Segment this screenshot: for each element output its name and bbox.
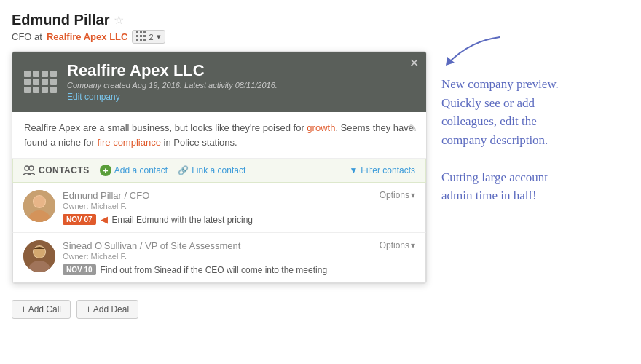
svg-point-14 bbox=[34, 196, 45, 207]
contact-role: CFO at Realfire Apex LLC bbox=[12, 30, 427, 44]
options-button[interactable]: Options ▾ bbox=[380, 190, 415, 200]
contact-task: NOV 10 Find out from Sinead if the CEO w… bbox=[63, 264, 372, 275]
annotation-line1: New company preview. bbox=[441, 75, 629, 94]
avatar bbox=[23, 190, 55, 222]
contacts-label: CONTACTS bbox=[23, 165, 90, 176]
contact-row: Sinead O'Sullivan / VP of Site Assessmen… bbox=[12, 233, 426, 283]
company-card-body: Realfire Apex are a small business, but … bbox=[12, 112, 426, 159]
svg-point-10 bbox=[29, 166, 34, 170]
svg-rect-1 bbox=[140, 31, 142, 33]
role-text: CFO at bbox=[12, 31, 42, 42]
link-contact-button[interactable]: 🔗 Link a contact bbox=[178, 165, 245, 175]
annotation-arrow bbox=[441, 33, 629, 72]
annotation-line2: Quickly see or add bbox=[441, 94, 629, 113]
task-text: Find out from Sinead if the CEO will com… bbox=[101, 265, 327, 275]
svg-rect-6 bbox=[136, 39, 138, 41]
edit-pencil-icon[interactable]: ✎ bbox=[409, 121, 417, 136]
bottom-actions: + Add Call + Add Deal bbox=[12, 293, 427, 319]
link-icon: 🔗 bbox=[178, 165, 189, 175]
contacts-icon bbox=[23, 165, 35, 176]
avatar bbox=[23, 240, 55, 272]
annotation-line3: colleagues, edit the bbox=[441, 112, 629, 131]
description-highlight2: fire compliance bbox=[97, 137, 160, 148]
task-badge: NOV 07 bbox=[63, 214, 96, 225]
svg-rect-2 bbox=[143, 31, 146, 33]
contact-row-name: Sinead O'Sullivan / VP of Site Assessmen… bbox=[63, 240, 372, 251]
svg-rect-8 bbox=[143, 39, 146, 41]
company-card-title: Realfire Apex LLC bbox=[67, 62, 278, 79]
svg-rect-5 bbox=[143, 35, 146, 37]
contact-row-owner: Owner: Michael F. bbox=[63, 202, 372, 210]
company-card: Realfire Apex LLC Company created Aug 19… bbox=[12, 51, 427, 284]
add-call-button[interactable]: + Add Call bbox=[12, 300, 71, 319]
description-highlight: growth bbox=[307, 122, 335, 133]
svg-rect-7 bbox=[140, 39, 142, 41]
funnel-icon: ▼ bbox=[349, 165, 358, 175]
grid-icon bbox=[136, 31, 146, 42]
annotation-line4: company description. bbox=[441, 131, 629, 150]
contact-row-name: Edmund Pillar / CFO bbox=[63, 190, 372, 201]
company-card-subtitle: Company created Aug 19, 2016. Latest act… bbox=[67, 81, 278, 90]
star-icon[interactable]: ☆ bbox=[114, 13, 124, 27]
task-badge: NOV 10 bbox=[63, 264, 96, 275]
svg-rect-3 bbox=[136, 35, 138, 37]
contact-task: NOV 07 ◀ Email Edmund with the latest pr… bbox=[63, 214, 372, 225]
company-card-header: Realfire Apex LLC Company created Aug 19… bbox=[12, 52, 426, 112]
contact-row-owner: Owner: Michael F. bbox=[63, 252, 372, 261]
annotation-text: New company preview. Quickly see or add … bbox=[441, 75, 629, 205]
badge-count: 2 bbox=[149, 33, 153, 41]
edit-company-link[interactable]: Edit company bbox=[67, 92, 278, 102]
filter-contacts-button[interactable]: ▼ Filter contacts bbox=[349, 165, 415, 175]
svg-point-9 bbox=[25, 166, 29, 170]
annotation-line6: admin time in half! bbox=[441, 186, 629, 205]
company-link[interactable]: Realfire Apex LLC bbox=[47, 31, 128, 42]
add-deal-button[interactable]: + Add Deal bbox=[76, 300, 138, 319]
annotation-line5: Cutting large account bbox=[441, 168, 629, 187]
contact-info: Edmund Pillar / CFO Owner: Michael F. NO… bbox=[63, 190, 372, 225]
svg-rect-4 bbox=[140, 35, 142, 37]
plus-icon: + bbox=[100, 165, 111, 176]
building-icon bbox=[24, 71, 57, 93]
contact-row: Edmund Pillar / CFO Owner: Michael F. NO… bbox=[12, 183, 426, 233]
close-button[interactable]: ✕ bbox=[409, 58, 419, 69]
company-badge[interactable]: 2 ▾ bbox=[132, 30, 165, 44]
page-title: Edmund Pillar bbox=[12, 12, 109, 28]
svg-rect-0 bbox=[136, 31, 138, 33]
right-panel: New company preview. Quickly see or add … bbox=[427, 12, 629, 205]
overdue-icon: ◀ bbox=[101, 214, 108, 225]
contact-info: Sinead O'Sullivan / VP of Site Assessmen… bbox=[63, 240, 372, 275]
add-contact-button[interactable]: + Add a contact bbox=[100, 165, 168, 176]
chevron-down-icon: ▾ bbox=[157, 32, 161, 41]
contacts-bar: CONTACTS + Add a contact 🔗 Link a contac… bbox=[12, 159, 426, 183]
options-button[interactable]: Options ▾ bbox=[380, 240, 415, 250]
company-info: Realfire Apex LLC Company created Aug 19… bbox=[67, 62, 278, 102]
description-part3: in Police stations. bbox=[161, 137, 237, 148]
description-part1: Realfire Apex are a small business, but … bbox=[24, 122, 307, 133]
task-text: Email Edmund with the latest pricing bbox=[112, 215, 253, 225]
